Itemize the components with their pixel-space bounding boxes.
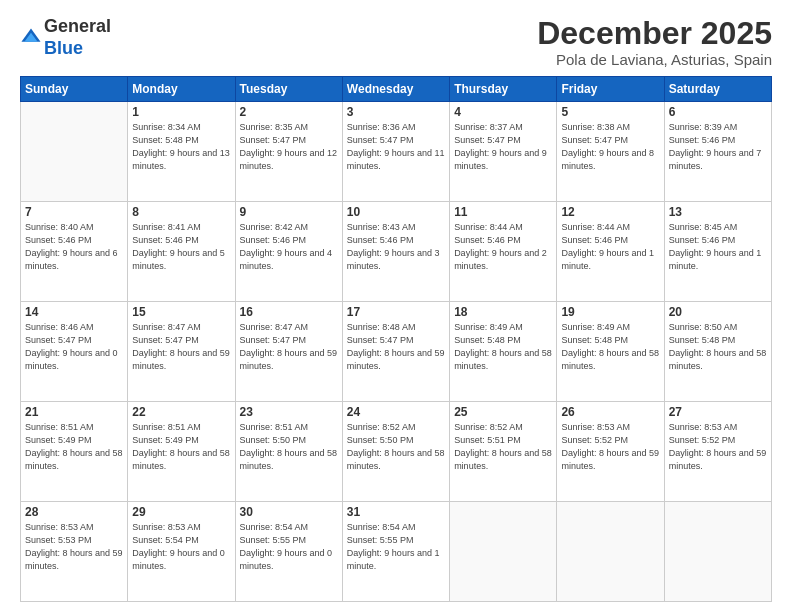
table-row: 22Sunrise: 8:51 AM Sunset: 5:49 PM Dayli… xyxy=(128,402,235,502)
day-number: 11 xyxy=(454,205,552,219)
day-number: 17 xyxy=(347,305,445,319)
col-thursday: Thursday xyxy=(450,77,557,102)
table-row: 30Sunrise: 8:54 AM Sunset: 5:55 PM Dayli… xyxy=(235,502,342,602)
table-row xyxy=(450,502,557,602)
day-number: 25 xyxy=(454,405,552,419)
day-number: 15 xyxy=(132,305,230,319)
table-row: 24Sunrise: 8:52 AM Sunset: 5:50 PM Dayli… xyxy=(342,402,449,502)
day-number: 1 xyxy=(132,105,230,119)
day-info: Sunrise: 8:53 AM Sunset: 5:52 PM Dayligh… xyxy=(561,421,659,473)
day-number: 29 xyxy=(132,505,230,519)
day-number: 16 xyxy=(240,305,338,319)
col-saturday: Saturday xyxy=(664,77,771,102)
day-info: Sunrise: 8:40 AM Sunset: 5:46 PM Dayligh… xyxy=(25,221,123,273)
table-row: 7Sunrise: 8:40 AM Sunset: 5:46 PM Daylig… xyxy=(21,202,128,302)
day-number: 23 xyxy=(240,405,338,419)
table-row: 9Sunrise: 8:42 AM Sunset: 5:46 PM Daylig… xyxy=(235,202,342,302)
day-number: 4 xyxy=(454,105,552,119)
day-info: Sunrise: 8:45 AM Sunset: 5:46 PM Dayligh… xyxy=(669,221,767,273)
day-info: Sunrise: 8:50 AM Sunset: 5:48 PM Dayligh… xyxy=(669,321,767,373)
day-info: Sunrise: 8:41 AM Sunset: 5:46 PM Dayligh… xyxy=(132,221,230,273)
logo-icon xyxy=(20,27,42,49)
table-row: 13Sunrise: 8:45 AM Sunset: 5:46 PM Dayli… xyxy=(664,202,771,302)
logo: General Blue xyxy=(20,16,111,59)
day-number: 3 xyxy=(347,105,445,119)
day-number: 13 xyxy=(669,205,767,219)
day-number: 12 xyxy=(561,205,659,219)
table-row: 25Sunrise: 8:52 AM Sunset: 5:51 PM Dayli… xyxy=(450,402,557,502)
table-row: 15Sunrise: 8:47 AM Sunset: 5:47 PM Dayli… xyxy=(128,302,235,402)
title-block: December 2025 Pola de Laviana, Asturias,… xyxy=(537,16,772,68)
day-number: 21 xyxy=(25,405,123,419)
table-row xyxy=(21,102,128,202)
day-info: Sunrise: 8:39 AM Sunset: 5:46 PM Dayligh… xyxy=(669,121,767,173)
col-wednesday: Wednesday xyxy=(342,77,449,102)
table-row: 14Sunrise: 8:46 AM Sunset: 5:47 PM Dayli… xyxy=(21,302,128,402)
table-row xyxy=(664,502,771,602)
calendar-header-row: Sunday Monday Tuesday Wednesday Thursday… xyxy=(21,77,772,102)
day-info: Sunrise: 8:54 AM Sunset: 5:55 PM Dayligh… xyxy=(347,521,445,573)
day-number: 24 xyxy=(347,405,445,419)
day-info: Sunrise: 8:44 AM Sunset: 5:46 PM Dayligh… xyxy=(454,221,552,273)
day-info: Sunrise: 8:48 AM Sunset: 5:47 PM Dayligh… xyxy=(347,321,445,373)
table-row: 17Sunrise: 8:48 AM Sunset: 5:47 PM Dayli… xyxy=(342,302,449,402)
col-tuesday: Tuesday xyxy=(235,77,342,102)
day-info: Sunrise: 8:51 AM Sunset: 5:50 PM Dayligh… xyxy=(240,421,338,473)
day-number: 22 xyxy=(132,405,230,419)
table-row: 28Sunrise: 8:53 AM Sunset: 5:53 PM Dayli… xyxy=(21,502,128,602)
logo-blue-text: Blue xyxy=(44,38,83,58)
table-row: 8Sunrise: 8:41 AM Sunset: 5:46 PM Daylig… xyxy=(128,202,235,302)
table-row: 6Sunrise: 8:39 AM Sunset: 5:46 PM Daylig… xyxy=(664,102,771,202)
day-info: Sunrise: 8:51 AM Sunset: 5:49 PM Dayligh… xyxy=(25,421,123,473)
day-info: Sunrise: 8:34 AM Sunset: 5:48 PM Dayligh… xyxy=(132,121,230,173)
day-number: 2 xyxy=(240,105,338,119)
day-number: 10 xyxy=(347,205,445,219)
day-number: 7 xyxy=(25,205,123,219)
day-number: 9 xyxy=(240,205,338,219)
logo-general-text: General xyxy=(44,16,111,36)
day-info: Sunrise: 8:47 AM Sunset: 5:47 PM Dayligh… xyxy=(132,321,230,373)
table-row: 29Sunrise: 8:53 AM Sunset: 5:54 PM Dayli… xyxy=(128,502,235,602)
day-info: Sunrise: 8:35 AM Sunset: 5:47 PM Dayligh… xyxy=(240,121,338,173)
header: General Blue December 2025 Pola de Lavia… xyxy=(20,16,772,68)
day-number: 26 xyxy=(561,405,659,419)
table-row: 23Sunrise: 8:51 AM Sunset: 5:50 PM Dayli… xyxy=(235,402,342,502)
table-row xyxy=(557,502,664,602)
page: General Blue December 2025 Pola de Lavia… xyxy=(0,0,792,612)
day-number: 19 xyxy=(561,305,659,319)
day-info: Sunrise: 8:51 AM Sunset: 5:49 PM Dayligh… xyxy=(132,421,230,473)
location: Pola de Laviana, Asturias, Spain xyxy=(537,51,772,68)
day-info: Sunrise: 8:43 AM Sunset: 5:46 PM Dayligh… xyxy=(347,221,445,273)
table-row: 12Sunrise: 8:44 AM Sunset: 5:46 PM Dayli… xyxy=(557,202,664,302)
table-row: 1Sunrise: 8:34 AM Sunset: 5:48 PM Daylig… xyxy=(128,102,235,202)
day-info: Sunrise: 8:42 AM Sunset: 5:46 PM Dayligh… xyxy=(240,221,338,273)
table-row: 21Sunrise: 8:51 AM Sunset: 5:49 PM Dayli… xyxy=(21,402,128,502)
col-friday: Friday xyxy=(557,77,664,102)
table-row: 11Sunrise: 8:44 AM Sunset: 5:46 PM Dayli… xyxy=(450,202,557,302)
col-monday: Monday xyxy=(128,77,235,102)
day-info: Sunrise: 8:47 AM Sunset: 5:47 PM Dayligh… xyxy=(240,321,338,373)
day-number: 6 xyxy=(669,105,767,119)
table-row: 10Sunrise: 8:43 AM Sunset: 5:46 PM Dayli… xyxy=(342,202,449,302)
table-row: 16Sunrise: 8:47 AM Sunset: 5:47 PM Dayli… xyxy=(235,302,342,402)
table-row: 20Sunrise: 8:50 AM Sunset: 5:48 PM Dayli… xyxy=(664,302,771,402)
table-row: 19Sunrise: 8:49 AM Sunset: 5:48 PM Dayli… xyxy=(557,302,664,402)
day-info: Sunrise: 8:38 AM Sunset: 5:47 PM Dayligh… xyxy=(561,121,659,173)
table-row: 4Sunrise: 8:37 AM Sunset: 5:47 PM Daylig… xyxy=(450,102,557,202)
day-info: Sunrise: 8:53 AM Sunset: 5:54 PM Dayligh… xyxy=(132,521,230,573)
day-info: Sunrise: 8:52 AM Sunset: 5:51 PM Dayligh… xyxy=(454,421,552,473)
day-number: 5 xyxy=(561,105,659,119)
calendar: Sunday Monday Tuesday Wednesday Thursday… xyxy=(20,76,772,602)
day-info: Sunrise: 8:54 AM Sunset: 5:55 PM Dayligh… xyxy=(240,521,338,573)
table-row: 31Sunrise: 8:54 AM Sunset: 5:55 PM Dayli… xyxy=(342,502,449,602)
table-row: 27Sunrise: 8:53 AM Sunset: 5:52 PM Dayli… xyxy=(664,402,771,502)
table-row: 3Sunrise: 8:36 AM Sunset: 5:47 PM Daylig… xyxy=(342,102,449,202)
day-info: Sunrise: 8:46 AM Sunset: 5:47 PM Dayligh… xyxy=(25,321,123,373)
day-number: 27 xyxy=(669,405,767,419)
month-title: December 2025 xyxy=(537,16,772,51)
day-info: Sunrise: 8:49 AM Sunset: 5:48 PM Dayligh… xyxy=(561,321,659,373)
table-row: 18Sunrise: 8:49 AM Sunset: 5:48 PM Dayli… xyxy=(450,302,557,402)
day-number: 14 xyxy=(25,305,123,319)
day-number: 20 xyxy=(669,305,767,319)
day-info: Sunrise: 8:36 AM Sunset: 5:47 PM Dayligh… xyxy=(347,121,445,173)
